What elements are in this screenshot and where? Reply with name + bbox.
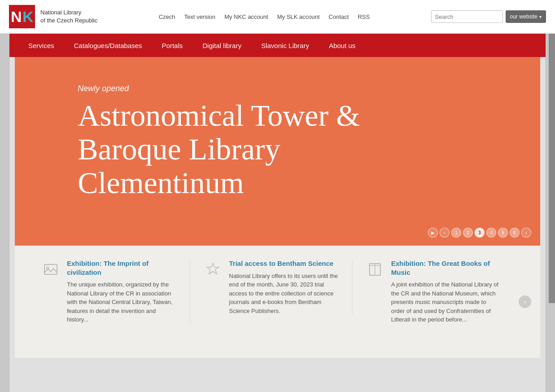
slider-play-button[interactable]: ▶ — [428, 228, 438, 238]
logo-area: N K National Library of the Czech Republ… — [9, 5, 97, 28]
card-text-exhibition-imprint: The unique exhibition, organized by the … — [67, 280, 176, 324]
topnav-link-my-nkc[interactable]: My NKC account — [225, 13, 269, 20]
search-input[interactable] — [431, 10, 503, 23]
book-icon — [366, 261, 384, 324]
slider-prev-button[interactable]: ‹ — [440, 228, 449, 238]
card-item-exhibition-imprint: Exhibition: The Imprint of civilizationT… — [42, 259, 190, 324]
card-title-trial-access[interactable]: Trial access to Bentham Science — [229, 259, 339, 268]
top-nav: CzechText versionMy NKC accountMy SLK ac… — [159, 13, 370, 20]
card-text-exhibition-music: A joint exhibition of the National Libra… — [391, 280, 501, 324]
topnav-link-text-version[interactable]: Text version — [184, 13, 215, 20]
slider-dot-5[interactable]: 5 — [498, 228, 508, 238]
topnav-link-rss[interactable]: RSS — [358, 13, 370, 20]
cards-section: Exhibition: The Imprint of civilizationT… — [15, 246, 540, 358]
svg-text:N: N — [11, 8, 22, 25]
nav-item-slavonic[interactable]: Slavonic Library — [251, 34, 319, 57]
top-bar: N K National Library of the Czech Republ… — [0, 0, 555, 34]
nav-item-about[interactable]: About us — [319, 34, 365, 57]
star-icon — [204, 261, 222, 315]
slider-dot-4[interactable]: 4 — [486, 228, 496, 238]
svg-marker-5 — [207, 263, 219, 274]
nav-item-portals[interactable]: Portals — [152, 34, 193, 57]
hero-title: Astronomical Tower & Baroque Library Cle… — [78, 99, 401, 199]
slider-dot-6[interactable]: 6 — [510, 228, 520, 238]
logo-line2: of the Czech Republic — [40, 17, 97, 25]
topnav-link-my-slk[interactable]: My SLK account — [277, 13, 320, 20]
nav-item-catalogues[interactable]: Catalogues/Databases — [64, 34, 152, 57]
hero-slider: Newly opened Astronomical Tower & Baroqu… — [15, 57, 540, 246]
svg-text:K: K — [22, 8, 34, 25]
slider-dot-1[interactable]: 1 — [451, 228, 461, 238]
logo-text: National Library of the Czech Republic — [40, 9, 97, 25]
nav-item-services[interactable]: Services — [18, 34, 64, 57]
card-item-exhibition-music: Exhibition: The Great Books of MusicA jo… — [366, 259, 514, 324]
hero-content: Newly opened Astronomical Tower & Baroqu… — [15, 57, 540, 199]
svg-rect-3 — [44, 264, 57, 274]
image-icon — [42, 261, 60, 324]
topnav-link-czech[interactable]: Czech — [159, 13, 175, 20]
search-area: our website — [431, 10, 546, 23]
main-nav: ServicesCatalogues/DatabasesPortalsDigit… — [9, 34, 546, 57]
scrollbar-track — [549, 34, 555, 303]
card-title-exhibition-music[interactable]: Exhibition: The Great Books of Music — [391, 259, 501, 277]
topnav-link-contact[interactable]: Contact — [329, 13, 349, 20]
card-body-exhibition-music: Exhibition: The Great Books of MusicA jo… — [391, 259, 501, 324]
card-body-exhibition-imprint: Exhibition: The Imprint of civilizationT… — [67, 259, 176, 324]
slider-controls: ▶ ‹ 123456› — [428, 228, 531, 238]
outer-frame: ServicesCatalogues/DatabasesPortalsDigit… — [9, 34, 546, 392]
cards-next-button[interactable]: › — [519, 295, 531, 308]
logo-line1: National Library — [40, 9, 97, 17]
card-item-trial-access: Trial access to Bentham ScienceNational … — [204, 259, 352, 315]
card-body-trial-access: Trial access to Bentham ScienceNational … — [229, 259, 339, 315]
slider-dot-3[interactable]: 3 — [475, 228, 485, 238]
nav-item-digital[interactable]: Digital library — [193, 34, 251, 57]
slider-dot-2[interactable]: 2 — [463, 228, 473, 238]
logo-icon[interactable]: N K — [9, 5, 35, 28]
search-scope-button[interactable]: our website — [506, 10, 546, 23]
card-text-trial-access: National Library offers to its users unt… — [229, 272, 339, 316]
hero-subtitle: Newly opened — [78, 84, 540, 93]
slider-next-button[interactable]: › — [521, 228, 531, 238]
card-title-exhibition-imprint[interactable]: Exhibition: The Imprint of civilization — [67, 259, 176, 277]
svg-point-4 — [47, 267, 49, 269]
